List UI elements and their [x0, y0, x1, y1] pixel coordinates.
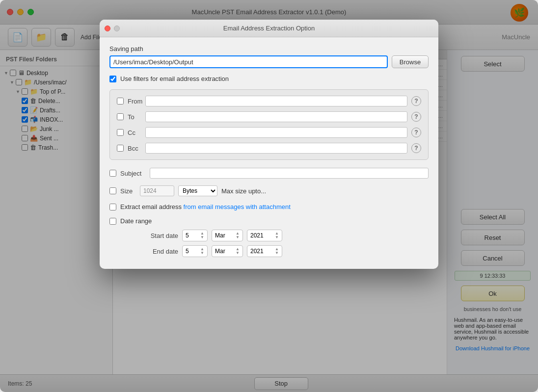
subject-input[interactable] — [150, 168, 429, 179]
size-input[interactable] — [140, 185, 174, 196]
dialog-body: Saving path Browse Use filters for email… — [100, 37, 438, 269]
max-size-label: Max size upto... — [221, 187, 266, 195]
filter-box: From ? To ? Cc ? — [109, 89, 429, 160]
dialog-title-bar: Email Address Extraction Option — [100, 20, 438, 37]
cc-checkbox[interactable] — [117, 129, 124, 136]
dialog-overlay: Email Address Extraction Option Saving p… — [0, 0, 538, 392]
path-input[interactable] — [109, 55, 388, 68]
bcc-input[interactable] — [145, 143, 407, 154]
use-filters-checkbox[interactable] — [109, 76, 116, 82]
bcc-row: Bcc ? — [117, 143, 421, 154]
start-date-label: Start date — [149, 232, 178, 239]
path-row: Browse — [109, 55, 429, 68]
subject-label: Subject — [120, 170, 146, 177]
browse-button[interactable]: Browse — [392, 55, 429, 68]
start-date-row: Start date 5 ▲▼ Mar ▲▼ 2021 ▲▼ — [109, 230, 429, 241]
subject-row: Subject — [109, 168, 429, 179]
extract-link[interactable]: from email messages with attachment — [184, 203, 291, 210]
dialog: Email Address Extraction Option Saving p… — [100, 20, 438, 269]
to-checkbox[interactable] — [117, 113, 124, 120]
from-input[interactable] — [145, 96, 407, 106]
date-range-section: Date range Start date 5 ▲▼ Mar ▲▼ — [109, 217, 429, 257]
use-filters-label: Use filters for email address extraction — [120, 75, 229, 82]
from-row: From ? — [117, 96, 421, 106]
from-checkbox[interactable] — [117, 98, 124, 105]
dialog-close-button[interactable] — [105, 26, 110, 31]
date-range-label: Date range — [120, 217, 152, 225]
cc-row: Cc ? — [117, 127, 421, 138]
end-year-select[interactable]: 2021 ▲▼ — [247, 245, 282, 257]
end-date-row: End date 5 ▲▼ Mar ▲▼ 2021 ▲▼ — [109, 245, 429, 257]
subject-checkbox[interactable] — [109, 170, 116, 177]
size-row: Size Bytes KB MB Max size upto... — [109, 185, 429, 196]
size-unit-select[interactable]: Bytes KB MB — [178, 185, 217, 196]
extract-label: Extract email address from email message… — [120, 203, 291, 210]
start-month-select[interactable]: Mar ▲▼ — [212, 230, 243, 241]
cc-input[interactable] — [145, 127, 407, 138]
to-row: To ? — [117, 111, 421, 122]
dialog-title: Email Address Extraction Option — [223, 25, 315, 32]
to-help-icon[interactable]: ? — [411, 112, 421, 122]
saving-path-label: Saving path — [109, 45, 429, 52]
filter-checkbox-row: Use filters for email address extraction — [109, 75, 429, 82]
bcc-checkbox[interactable] — [117, 145, 124, 152]
subject-section: Subject — [109, 168, 429, 179]
start-day-spinner[interactable]: 5 ▲▼ — [182, 230, 208, 241]
cc-label: Cc — [128, 129, 141, 136]
size-checkbox[interactable] — [109, 187, 116, 194]
start-year-select[interactable]: 2021 ▲▼ — [247, 230, 282, 241]
extract-checkbox[interactable] — [109, 204, 116, 210]
end-date-label: End date — [149, 248, 178, 255]
cc-help-icon[interactable]: ? — [411, 128, 421, 137]
dialog-traffic-lights — [105, 26, 120, 31]
end-day-spinner[interactable]: 5 ▲▼ — [182, 245, 208, 257]
attachment-row: Extract email address from email message… — [109, 203, 429, 210]
end-month-select[interactable]: Mar ▲▼ — [212, 245, 243, 257]
main-window: MacUncle PST Email Address Extractor v1.… — [0, 0, 538, 392]
dialog-minimize-button[interactable] — [114, 26, 120, 31]
date-range-checkbox[interactable] — [109, 218, 116, 225]
size-label: Size — [120, 187, 136, 195]
bcc-help-icon[interactable]: ? — [411, 143, 421, 153]
bcc-label: Bcc — [128, 145, 141, 152]
to-label: To — [128, 113, 141, 121]
from-help-icon[interactable]: ? — [411, 96, 421, 106]
from-label: From — [128, 98, 141, 105]
to-input[interactable] — [145, 111, 407, 122]
date-range-header: Date range — [109, 217, 429, 225]
